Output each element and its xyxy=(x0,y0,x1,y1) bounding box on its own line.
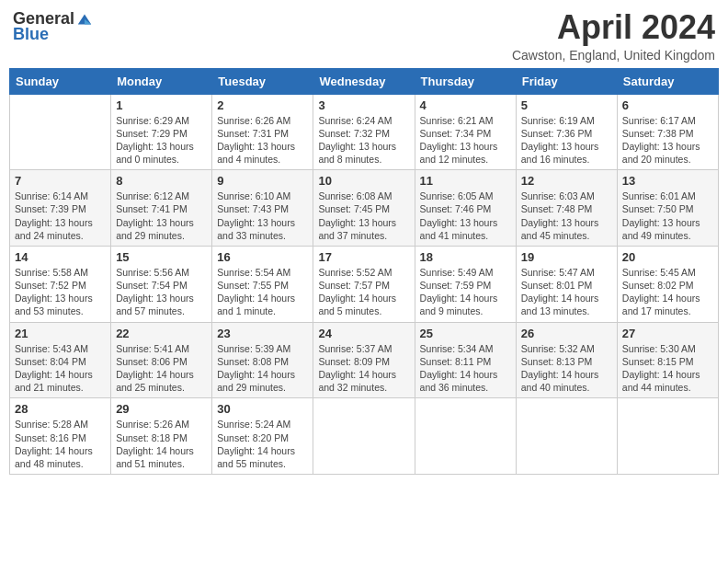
day-info: Sunrise: 6:19 AMSunset: 7:36 PMDaylight:… xyxy=(521,114,612,167)
day-info: Sunrise: 5:34 AMSunset: 8:11 PMDaylight:… xyxy=(420,342,511,395)
day-info: Sunrise: 5:54 AMSunset: 7:55 PMDaylight:… xyxy=(217,266,308,318)
day-info: Sunrise: 5:58 AMSunset: 7:52 PMDaylight:… xyxy=(15,266,106,318)
day-number: 1 xyxy=(116,98,207,112)
calendar-cell: 3Sunrise: 6:24 AMSunset: 7:32 PMDaylight… xyxy=(313,94,415,170)
day-info: Sunrise: 5:52 AMSunset: 7:57 PMDaylight:… xyxy=(318,266,409,318)
calendar-cell: 16Sunrise: 5:54 AMSunset: 7:55 PMDayligh… xyxy=(212,246,313,322)
col-header-sunday: Sunday xyxy=(10,68,111,94)
day-info: Sunrise: 6:26 AMSunset: 7:31 PMDaylight:… xyxy=(217,114,308,167)
day-info: Sunrise: 5:39 AMSunset: 8:08 PMDaylight:… xyxy=(217,342,308,395)
day-number: 9 xyxy=(217,174,308,188)
calendar-cell: 14Sunrise: 5:58 AMSunset: 7:52 PMDayligh… xyxy=(10,246,111,322)
calendar-cell: 19Sunrise: 5:47 AMSunset: 8:01 PMDayligh… xyxy=(516,246,617,322)
day-number: 23 xyxy=(217,327,308,340)
calendar-cell: 23Sunrise: 5:39 AMSunset: 8:08 PMDayligh… xyxy=(212,322,313,398)
day-info: Sunrise: 6:17 AMSunset: 7:38 PMDaylight:… xyxy=(622,114,713,167)
day-number: 20 xyxy=(622,250,713,264)
day-number: 10 xyxy=(318,174,409,188)
calendar-cell: 21Sunrise: 5:43 AMSunset: 8:04 PMDayligh… xyxy=(10,322,111,398)
month-title: April 2024 xyxy=(512,9,715,46)
calendar-cell: 6Sunrise: 6:17 AMSunset: 7:38 PMDaylight… xyxy=(617,94,718,170)
day-number: 15 xyxy=(116,250,207,264)
day-number: 29 xyxy=(116,402,207,416)
day-info: Sunrise: 6:01 AMSunset: 7:50 PMDaylight:… xyxy=(622,190,713,242)
day-info: Sunrise: 6:12 AMSunset: 7:41 PMDaylight:… xyxy=(116,190,207,242)
calendar-cell xyxy=(516,398,617,475)
day-number: 4 xyxy=(420,98,511,112)
day-number: 14 xyxy=(15,250,106,264)
calendar-cell: 15Sunrise: 5:56 AMSunset: 7:54 PMDayligh… xyxy=(111,246,212,322)
calendar-cell: 24Sunrise: 5:37 AMSunset: 8:09 PMDayligh… xyxy=(313,322,415,398)
day-info: Sunrise: 5:47 AMSunset: 8:01 PMDaylight:… xyxy=(521,266,612,318)
calendar-cell: 17Sunrise: 5:52 AMSunset: 7:57 PMDayligh… xyxy=(313,246,415,322)
col-header-tuesday: Tuesday xyxy=(212,68,313,94)
day-info: Sunrise: 5:26 AMSunset: 8:18 PMDaylight:… xyxy=(116,418,207,470)
calendar-cell: 4Sunrise: 6:21 AMSunset: 7:34 PMDaylight… xyxy=(415,94,516,170)
calendar-cell: 11Sunrise: 6:05 AMSunset: 7:46 PMDayligh… xyxy=(415,170,516,247)
day-info: Sunrise: 6:05 AMSunset: 7:46 PMDaylight:… xyxy=(420,190,511,242)
calendar-cell: 1Sunrise: 6:29 AMSunset: 7:29 PMDaylight… xyxy=(111,94,212,170)
day-number: 11 xyxy=(420,174,511,188)
calendar-cell xyxy=(617,398,718,475)
logo-icon xyxy=(76,11,93,28)
day-info: Sunrise: 5:56 AMSunset: 7:54 PMDaylight:… xyxy=(116,266,207,318)
day-number: 17 xyxy=(318,250,409,264)
calendar-cell: 8Sunrise: 6:12 AMSunset: 7:41 PMDaylight… xyxy=(111,170,212,247)
col-header-friday: Friday xyxy=(516,68,617,94)
calendar-cell: 25Sunrise: 5:34 AMSunset: 8:11 PMDayligh… xyxy=(415,322,516,398)
day-number: 8 xyxy=(116,174,207,188)
day-info: Sunrise: 6:14 AMSunset: 7:39 PMDaylight:… xyxy=(15,190,106,242)
day-number: 26 xyxy=(521,327,612,340)
calendar-cell: 27Sunrise: 5:30 AMSunset: 8:15 PMDayligh… xyxy=(617,322,718,398)
calendar-cell: 20Sunrise: 5:45 AMSunset: 8:02 PMDayligh… xyxy=(617,246,718,322)
day-info: Sunrise: 5:37 AMSunset: 8:09 PMDaylight:… xyxy=(318,342,409,395)
calendar-cell xyxy=(415,398,516,475)
calendar-cell: 30Sunrise: 5:24 AMSunset: 8:20 PMDayligh… xyxy=(212,398,313,475)
calendar-table: SundayMondayTuesdayWednesdayThursdayFrid… xyxy=(9,68,719,475)
page-header: General Blue April 2024 Cawston, England… xyxy=(9,9,719,63)
calendar-cell: 5Sunrise: 6:19 AMSunset: 7:36 PMDaylight… xyxy=(516,94,617,170)
day-number: 30 xyxy=(217,402,308,416)
day-number: 28 xyxy=(15,402,106,416)
col-header-wednesday: Wednesday xyxy=(313,68,415,94)
calendar-cell: 12Sunrise: 6:03 AMSunset: 7:48 PMDayligh… xyxy=(516,170,617,247)
day-number: 24 xyxy=(318,327,409,340)
day-number: 27 xyxy=(622,327,713,340)
calendar-cell: 26Sunrise: 5:32 AMSunset: 8:13 PMDayligh… xyxy=(516,322,617,398)
day-info: Sunrise: 5:41 AMSunset: 8:06 PMDaylight:… xyxy=(116,342,207,395)
day-number: 6 xyxy=(622,98,713,112)
day-info: Sunrise: 6:29 AMSunset: 7:29 PMDaylight:… xyxy=(116,114,207,167)
col-header-saturday: Saturday xyxy=(617,68,718,94)
title-section: April 2024 Cawston, England, United King… xyxy=(512,9,715,63)
calendar-cell xyxy=(313,398,415,475)
week-row-4: 21Sunrise: 5:43 AMSunset: 8:04 PMDayligh… xyxy=(10,322,719,398)
week-row-3: 14Sunrise: 5:58 AMSunset: 7:52 PMDayligh… xyxy=(10,246,719,322)
day-info: Sunrise: 6:10 AMSunset: 7:43 PMDaylight:… xyxy=(217,190,308,242)
day-info: Sunrise: 6:24 AMSunset: 7:32 PMDaylight:… xyxy=(318,114,409,167)
week-row-5: 28Sunrise: 5:28 AMSunset: 8:16 PMDayligh… xyxy=(10,398,719,475)
calendar-cell: 9Sunrise: 6:10 AMSunset: 7:43 PMDaylight… xyxy=(212,170,313,247)
logo: General Blue xyxy=(13,9,93,44)
calendar-cell: 29Sunrise: 5:26 AMSunset: 8:18 PMDayligh… xyxy=(111,398,212,475)
calendar-body: 1Sunrise: 6:29 AMSunset: 7:29 PMDaylight… xyxy=(10,94,719,474)
calendar-cell: 2Sunrise: 6:26 AMSunset: 7:31 PMDaylight… xyxy=(212,94,313,170)
calendar-header-row: SundayMondayTuesdayWednesdayThursdayFrid… xyxy=(10,68,719,94)
day-number: 21 xyxy=(15,327,106,340)
logo-blue: Blue xyxy=(13,25,49,44)
calendar-cell: 7Sunrise: 6:14 AMSunset: 7:39 PMDaylight… xyxy=(10,170,111,247)
day-info: Sunrise: 6:03 AMSunset: 7:48 PMDaylight:… xyxy=(521,190,612,242)
calendar-cell: 18Sunrise: 5:49 AMSunset: 7:59 PMDayligh… xyxy=(415,246,516,322)
day-number: 7 xyxy=(15,174,106,188)
day-number: 19 xyxy=(521,250,612,264)
day-info: Sunrise: 5:24 AMSunset: 8:20 PMDaylight:… xyxy=(217,418,308,470)
calendar-cell xyxy=(10,94,111,170)
col-header-thursday: Thursday xyxy=(415,68,516,94)
location-subtitle: Cawston, England, United Kingdom xyxy=(512,48,715,63)
day-number: 22 xyxy=(116,327,207,340)
day-info: Sunrise: 5:30 AMSunset: 8:15 PMDaylight:… xyxy=(622,342,713,395)
week-row-2: 7Sunrise: 6:14 AMSunset: 7:39 PMDaylight… xyxy=(10,170,719,247)
week-row-1: 1Sunrise: 6:29 AMSunset: 7:29 PMDaylight… xyxy=(10,94,719,170)
col-header-monday: Monday xyxy=(111,68,212,94)
day-number: 25 xyxy=(420,327,511,340)
day-info: Sunrise: 5:28 AMSunset: 8:16 PMDaylight:… xyxy=(15,418,106,470)
